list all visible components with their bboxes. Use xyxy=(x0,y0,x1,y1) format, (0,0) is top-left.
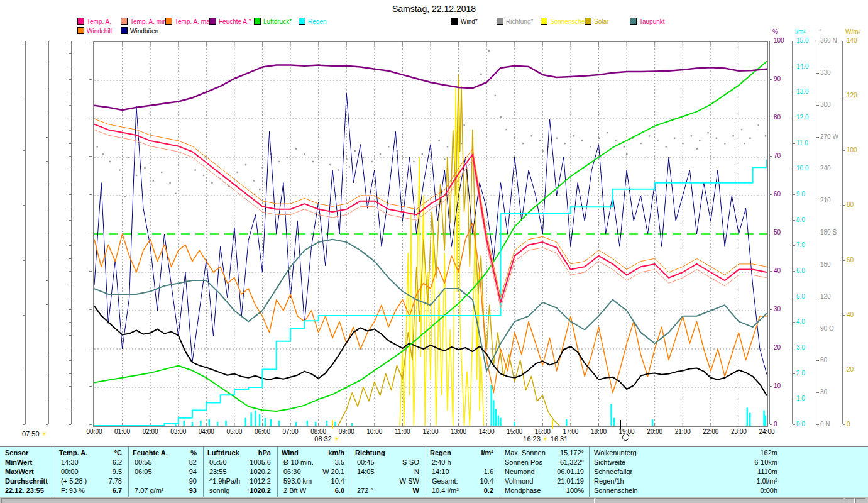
axis-tick-kmh xyxy=(69,284,71,284)
legend-item-windchill[interactable]: Windchill xyxy=(77,27,112,35)
axis-tick-label-wm2: 0 xyxy=(847,421,850,428)
axis-line-min xyxy=(92,41,92,424)
table-row-label: 22.12. 23:55 xyxy=(5,487,44,494)
axis-tick-label-lm2: 14.0 xyxy=(796,63,808,70)
axis-tick-lm2 xyxy=(793,67,795,67)
legend-item-temp-a-min[interactable]: Temp. A. min xyxy=(121,18,167,25)
legend-item-taupunkt[interactable]: Taupunkt xyxy=(630,18,665,25)
axis-tick-wm2 xyxy=(843,41,845,41)
axis-tick-hpa xyxy=(46,257,48,257)
sunset-time: 16:23 ☀ 16:31 xyxy=(523,435,568,443)
astro-value: 15,172° xyxy=(500,449,584,456)
axis-tick-label-deg: 270 W xyxy=(820,133,838,140)
table-col-unit: hPa xyxy=(203,449,271,456)
axis-tick-label-deg: 180 S xyxy=(820,229,837,236)
axis-tick-deg xyxy=(816,169,819,169)
axis-tick-kmh xyxy=(69,118,71,118)
axis-tick-min xyxy=(89,156,92,157)
series-feuchte-a- xyxy=(94,65,767,110)
legend-item-luftdruck-[interactable]: Luftdruck* xyxy=(254,18,292,25)
legend-item-label: Temp. A. max xyxy=(175,18,213,25)
legend-item-temp-a-[interactable]: Temp. A. xyxy=(77,18,111,25)
axis-tick-min xyxy=(89,194,92,195)
legend-color-swatch xyxy=(630,18,637,25)
axis-tick-min xyxy=(89,271,92,272)
axis-tick-hpa xyxy=(46,424,48,425)
axis-tick-lm2 xyxy=(793,297,795,297)
axis-tick-label-lm2: 1.0 xyxy=(796,395,805,402)
table-cell-value: W xyxy=(351,487,419,494)
axis-tick-lm2 xyxy=(793,169,795,169)
axis-tick-min xyxy=(89,424,92,425)
extra-value: 162m xyxy=(589,449,777,456)
table-cell-value: 93 xyxy=(128,487,197,494)
axis-tick-hpa xyxy=(46,377,48,377)
legend-item-temp-a-max[interactable]: Temp. A. max xyxy=(165,18,213,25)
axis-tick-label-wm2: 100 xyxy=(847,146,857,153)
status-panel-3 xyxy=(845,498,855,503)
axis-tick-label-deg: 330 xyxy=(820,69,831,76)
axis-tick-pct xyxy=(770,156,772,157)
sun-icon: ☀ xyxy=(332,435,340,443)
axis-tick-lm2 xyxy=(793,220,795,221)
legend-item-feuchte-a-[interactable]: Feuchte A.* xyxy=(209,18,251,25)
axis-tick-temp xyxy=(23,424,25,425)
axis-tick-label-wm2: 20 xyxy=(847,366,854,373)
axis-tick-label-pct: 40 xyxy=(774,267,781,274)
axis-tick-wm2 xyxy=(843,96,845,96)
axis-tick-min xyxy=(89,348,92,348)
x-axis-label: 04:00 xyxy=(199,428,214,435)
axis-tick-kmh xyxy=(69,53,71,54)
axis-tick-label-lm2: 15.0 xyxy=(796,37,808,44)
legend-item-label: Taupunkt xyxy=(639,18,665,25)
axis-unit-deg: ° xyxy=(819,28,821,35)
legend-item-label: Sonnenschein xyxy=(550,18,590,25)
x-axis-label: 13:00 xyxy=(451,428,466,435)
axis-tick-hpa xyxy=(46,185,48,185)
legend-color-swatch xyxy=(209,18,216,25)
axis-tick-kmh xyxy=(69,245,71,246)
table-cell-value: 1005.6 xyxy=(203,458,271,466)
table-cell-value: 6.7 xyxy=(55,487,122,494)
legend-color-swatch xyxy=(541,18,547,25)
axis-tick-label-deg: 240 xyxy=(820,165,831,172)
series-sonnenschein xyxy=(400,80,484,426)
axis-tick-label-lm2: 6.0 xyxy=(796,267,805,274)
x-axis-label: 24:00 xyxy=(759,428,774,435)
axis-tick-kmh xyxy=(69,169,71,169)
axis-tick-label-lm2: 4.0 xyxy=(796,318,805,325)
x-axis-label: 05:00 xyxy=(226,428,242,435)
axis-tick-label-lm2: 0.0 xyxy=(796,421,805,428)
page-title: Samstag, 22.12.2018 xyxy=(0,4,868,14)
axis-tick-label-deg: 210 xyxy=(820,197,831,204)
legend-color-swatch xyxy=(254,18,261,25)
axis-tick-label-pct: 20 xyxy=(774,344,781,351)
post-sunset-time: 16:31 xyxy=(549,435,568,443)
legend-item-wind-[interactable]: Wind* xyxy=(451,18,478,25)
axis-tick-deg xyxy=(816,360,819,361)
legend-item-solar[interactable]: Solar xyxy=(585,18,608,25)
axis-tick-kmh xyxy=(69,424,71,425)
status-panel-2 xyxy=(596,498,843,503)
status-bar xyxy=(0,497,868,503)
axis-tick-hpa xyxy=(46,41,48,41)
legend-item-richtung-[interactable]: Richtung* xyxy=(497,18,533,25)
table-col-unit: km/h xyxy=(277,449,344,456)
table-cell-value: S-SO xyxy=(351,458,419,466)
axis-tick-kmh xyxy=(69,348,71,348)
legend-item-regen[interactable]: Regen xyxy=(299,18,326,25)
axis-tick-label-wm2: 140 xyxy=(847,37,857,44)
axis-tick-min xyxy=(89,79,92,80)
x-axis-label: 11:00 xyxy=(395,428,410,435)
x-axis-label: 16:00 xyxy=(535,428,551,435)
axis-tick-label-lm2: 2.0 xyxy=(796,370,805,377)
axis-tick-kmh xyxy=(69,207,71,207)
x-axis-label: 10:00 xyxy=(366,428,382,435)
legend-item-label: Temp. A. min xyxy=(130,18,167,25)
table-cell-value: 10.4 xyxy=(426,477,493,485)
table-row-label: MaxWert xyxy=(5,468,34,475)
legend-item-windb-en[interactable]: Windböen xyxy=(121,27,158,35)
legend-item-label: Wind* xyxy=(461,18,478,25)
axis-tick-label-pct: 100 xyxy=(774,37,784,44)
legend-item-sonnenschein[interactable]: Sonnenschein xyxy=(541,18,590,25)
